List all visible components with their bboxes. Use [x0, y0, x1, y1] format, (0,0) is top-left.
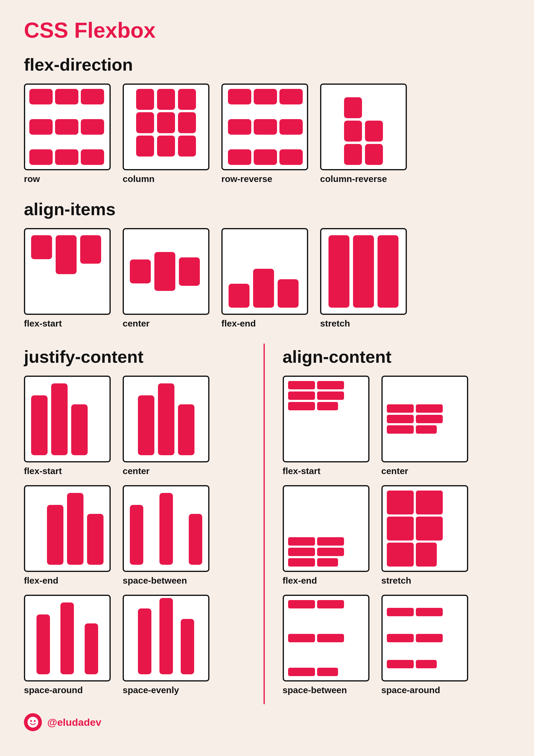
fd-cr-label: column-reverse: [320, 174, 387, 184]
ai-fs-demo: [25, 229, 110, 314]
ac-fe-p1: [288, 537, 315, 546]
ai-fe-label: flex-end: [221, 318, 256, 329]
fd-col-pill-2: [136, 112, 154, 133]
fd-col-pill-9: [178, 136, 196, 156]
fd-row-pill-5: [55, 119, 78, 135]
ac-sa-card: [382, 595, 468, 682]
svg-point-1: [30, 720, 32, 722]
align-items-cards: flex-start center flex-end: [24, 228, 510, 329]
jc-c-demo: [124, 377, 208, 461]
jc-sa-p1: [37, 614, 50, 674]
ac-c-p2: [416, 404, 443, 413]
ac-c-card-wrap: center: [382, 376, 468, 476]
ac-sa-demo: [383, 596, 467, 680]
ai-st-pill-2: [353, 235, 374, 308]
ac-sa-p3: [387, 634, 414, 642]
ai-fs-pill-2: [56, 235, 77, 274]
fd-rr-card-wrap: row-reverse: [221, 84, 308, 184]
jc-se-demo: [124, 596, 208, 680]
flex-direction-title: flex-direction: [24, 54, 510, 74]
ac-sb-demo: [284, 596, 368, 680]
jc-fs-label: flex-start: [24, 466, 62, 476]
fd-col-pill-5: [157, 112, 175, 133]
ai-st-card-wrap: stretch: [320, 228, 407, 329]
ai-fe-card-wrap: flex-end: [221, 228, 308, 329]
ac-st-p1: [387, 491, 414, 514]
fd-row-pill-1: [29, 89, 53, 104]
jc-c-label: center: [123, 466, 149, 476]
fd-cr-group-2: [365, 89, 383, 165]
fd-row-pill-7: [29, 149, 53, 165]
jc-c-p1: [138, 395, 154, 455]
fd-rr-label: row-reverse: [221, 174, 272, 184]
fd-col-pill-1: [136, 89, 154, 110]
fd-col-pill-7: [178, 89, 196, 110]
fd-row-demo: [25, 85, 110, 169]
fd-rr-card: [221, 84, 308, 170]
jc-sb-card-wrap: space-between: [123, 485, 209, 586]
fd-cr-pill-5: [365, 121, 383, 142]
ac-fe-card: [283, 485, 369, 572]
ac-sa-p4: [416, 634, 443, 642]
ai-fs-label: flex-start: [24, 318, 62, 329]
ac-c-p1: [387, 404, 414, 413]
jc-c-card: [123, 376, 209, 462]
ac-row-1: flex-start center: [283, 376, 510, 476]
ac-row-3: space-between space-around: [283, 595, 510, 695]
ai-fe-demo: [223, 229, 307, 314]
ac-fs-card: [283, 376, 369, 462]
jc-sa-card: [24, 595, 111, 682]
fd-cr-card-wrap: column-reverse: [320, 84, 407, 184]
fd-rr-pill-9: [228, 149, 251, 165]
ac-fs-card-wrap: flex-start: [283, 376, 369, 476]
ai-c-label: center: [123, 318, 149, 329]
fd-col-pill-4: [157, 89, 175, 110]
fd-cr-card: [320, 84, 407, 170]
svg-point-0: [28, 717, 38, 728]
jc-se-p2: [159, 598, 173, 674]
jc-fe-card-wrap: flex-end: [24, 485, 111, 586]
fd-row-pill-6: [81, 119, 104, 135]
jc-sb-p3: [189, 514, 202, 565]
jc-sa-p3: [85, 623, 98, 674]
fd-cr-pill-1: [344, 144, 362, 165]
ac-st-p5: [387, 543, 414, 567]
jc-se-card: [123, 595, 209, 682]
ac-sa-p1: [387, 608, 414, 616]
ai-fe-card: [221, 228, 308, 315]
fd-rr-pill-3: [228, 89, 251, 104]
fd-rr-demo: [223, 85, 307, 169]
jc-row-3: space-around space-evenly: [24, 595, 252, 695]
align-items-title: align-items: [24, 199, 510, 219]
ai-st-label: stretch: [320, 318, 350, 329]
ac-c-p6: [416, 425, 437, 434]
ai-fs-card: [24, 228, 111, 315]
ai-st-demo: [321, 229, 406, 314]
ac-sb-label: space-between: [283, 685, 347, 695]
ac-fe-p5: [288, 558, 315, 567]
jc-sa-label: space-around: [24, 685, 83, 695]
jc-sb-demo: [124, 486, 208, 571]
jc-fs-p3: [71, 404, 88, 455]
ac-sb-p1: [288, 600, 315, 608]
ac-fs-label: flex-start: [283, 466, 321, 476]
ai-c-card-wrap: center: [123, 228, 209, 329]
fd-rr-pill-2: [254, 89, 277, 104]
justify-content-section: justify-content flex-start: [24, 343, 265, 704]
ac-sa-label: space-around: [382, 685, 441, 695]
fd-col-label: column: [123, 174, 155, 184]
ac-fs-demo: [284, 377, 368, 461]
flex-direction-cards: row: [24, 84, 510, 184]
ai-c-card: [123, 228, 209, 315]
ac-c-demo: [383, 377, 467, 461]
flex-direction-section: flex-direction row: [24, 54, 510, 184]
ac-sb-p2: [317, 600, 344, 608]
fd-col-pill-3: [136, 136, 154, 156]
ac-fs-p1: [288, 381, 315, 390]
ai-st-pill-3: [378, 235, 398, 308]
ac-fs-p4: [317, 392, 344, 400]
justify-content-title: justify-content: [24, 347, 252, 366]
ac-st-card-wrap: stretch: [382, 485, 468, 586]
ac-fe-p3: [288, 548, 315, 556]
jc-row-1: flex-start center: [24, 376, 252, 476]
